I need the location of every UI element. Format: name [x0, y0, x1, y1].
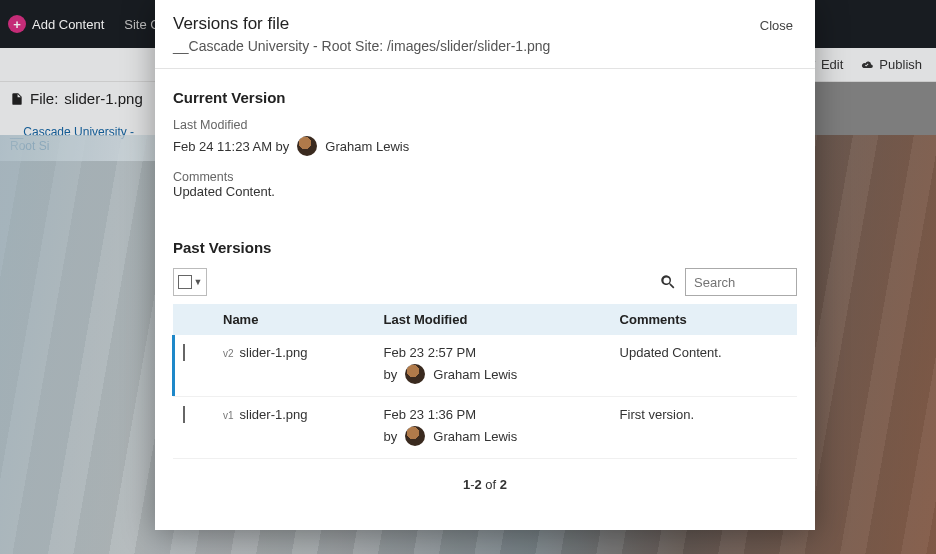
row-checkbox[interactable] [183, 344, 185, 361]
pager-end: 2 [475, 477, 482, 492]
current-timestamp: Feb 24 11:23 AM by [173, 139, 289, 154]
search-input[interactable] [685, 268, 797, 296]
row-date: Feb 23 1:36 PM [384, 407, 600, 422]
current-author: Graham Lewis [325, 139, 409, 154]
versions-modal: Versions for file __Cascade University -… [155, 0, 815, 530]
col-last-modified[interactable]: Last Modified [374, 304, 610, 335]
row-comments: First version. [610, 397, 797, 459]
current-comments-text: Updated Content. [173, 184, 797, 199]
row-author: Graham Lewis [433, 429, 517, 444]
row-date: Feb 23 2:57 PM [384, 345, 600, 360]
avatar [405, 364, 425, 384]
last-modified-label: Last Modified [173, 118, 797, 132]
modal-title: Versions for file [173, 14, 550, 34]
col-comments[interactable]: Comments [610, 304, 797, 335]
modal-header: Versions for file __Cascade University -… [155, 0, 815, 69]
modal-body: Current Version Last Modified Feb 24 11:… [155, 69, 815, 502]
pager-start: 1 [463, 477, 470, 492]
comments-label: Comments [173, 170, 797, 184]
pager: 1-2 of 2 [173, 477, 797, 492]
version-tag: v2 [223, 348, 234, 359]
table-row[interactable]: v2slider-1.png Feb 23 2:57 PM by Graham … [173, 335, 797, 397]
modal-path: __Cascade University - Root Site: /image… [173, 38, 550, 54]
search-icon[interactable] [659, 273, 677, 291]
row-name: slider-1.png [240, 345, 308, 360]
row-comments: Updated Content. [610, 335, 797, 397]
past-versions-heading: Past Versions [173, 239, 797, 256]
current-version-heading: Current Version [173, 89, 797, 106]
row-name: slider-1.png [240, 407, 308, 422]
avatar [405, 426, 425, 446]
row-checkbox[interactable] [183, 406, 185, 423]
chevron-down-icon: ▼ [194, 277, 203, 287]
table-row[interactable]: v1slider-1.png Feb 23 1:36 PM by Graham … [173, 397, 797, 459]
pager-total: 2 [500, 477, 507, 492]
row-author: Graham Lewis [433, 367, 517, 382]
avatar [297, 136, 317, 156]
current-version-byline: Feb 24 11:23 AM by Graham Lewis [173, 136, 797, 156]
table-controls: ▼ [173, 268, 797, 296]
col-name[interactable]: Name [213, 304, 374, 335]
row-by-prefix: by [384, 429, 398, 444]
row-by-prefix: by [384, 367, 398, 382]
checkbox-icon [178, 275, 192, 289]
versions-table: Name Last Modified Comments v2slider-1.p… [173, 304, 797, 459]
version-tag: v1 [223, 410, 234, 421]
pager-of: of [485, 477, 496, 492]
col-select [173, 304, 213, 335]
close-button[interactable]: Close [760, 18, 793, 33]
select-all-dropdown[interactable]: ▼ [173, 268, 207, 296]
